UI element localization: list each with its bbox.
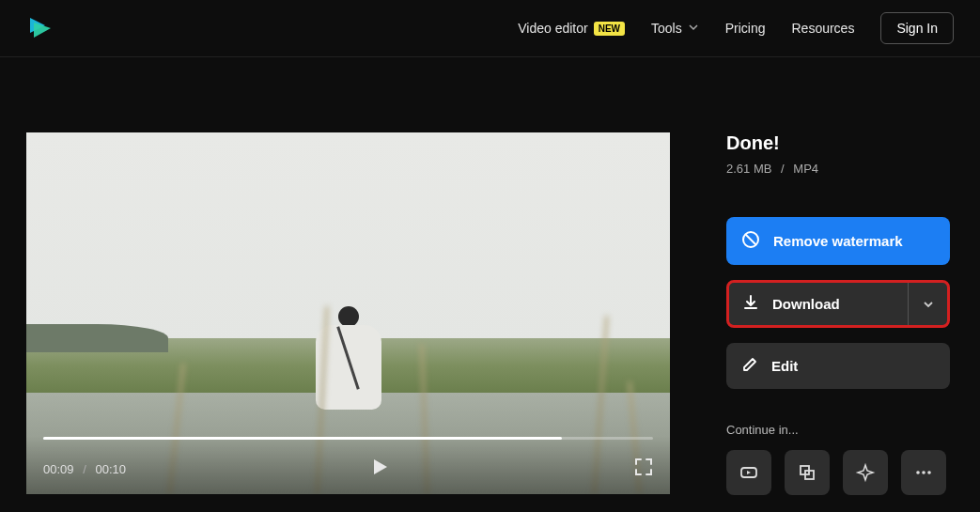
video-progress-bar[interactable] <box>43 437 653 440</box>
file-format: MP4 <box>793 162 818 176</box>
download-options-button[interactable] <box>908 283 947 325</box>
svg-point-7 <box>927 471 931 474</box>
nav-video-editor-label: Video editor <box>518 21 587 36</box>
sparkle-icon <box>855 462 876 483</box>
nav-tools[interactable]: Tools <box>651 21 699 36</box>
pencil-icon <box>741 356 758 376</box>
video-icon <box>739 462 759 483</box>
download-icon <box>742 294 759 314</box>
file-size: 2.61 MB <box>726 162 771 176</box>
logo[interactable] <box>26 14 54 42</box>
new-badge: NEW <box>594 22 625 36</box>
edit-label: Edit <box>771 358 798 374</box>
continue-effects-button[interactable] <box>843 450 888 495</box>
nav-video-editor[interactable]: Video editor NEW <box>518 21 625 36</box>
time-separator: / <box>83 462 86 476</box>
video-time: 00:09 / 00:10 <box>43 462 126 476</box>
svg-line-1 <box>746 235 756 245</box>
video-player[interactable]: 00:09 / 00:10 <box>26 132 670 494</box>
download-button[interactable]: Download <box>729 283 908 325</box>
file-meta: 2.61 MB / MP4 <box>726 162 950 176</box>
svg-point-5 <box>916 471 920 474</box>
chevron-down-icon <box>922 298 935 311</box>
edit-button[interactable]: Edit <box>726 343 950 389</box>
play-button[interactable] <box>369 457 390 481</box>
meta-separator: / <box>781 162 785 176</box>
status-title: Done! <box>726 132 950 154</box>
svg-point-6 <box>922 471 926 474</box>
nav-resources[interactable]: Resources <box>791 21 854 36</box>
prohibit-icon <box>741 230 760 252</box>
continue-in-label: Continue in... <box>726 423 950 437</box>
nav-tools-label: Tools <box>651 21 682 36</box>
combine-icon <box>797 462 817 483</box>
fullscreen-button[interactable] <box>634 458 653 480</box>
download-label: Download <box>772 296 840 312</box>
remove-watermark-label: Remove watermark <box>773 233 903 249</box>
continue-video-button[interactable] <box>726 450 771 495</box>
duration: 00:10 <box>95 462 126 476</box>
chevron-down-icon <box>688 21 699 36</box>
signin-button[interactable]: Sign In <box>880 12 954 44</box>
nav-pricing[interactable]: Pricing <box>725 21 766 36</box>
nav-pricing-label: Pricing <box>725 21 766 36</box>
more-options-button[interactable] <box>901 450 946 495</box>
current-time: 00:09 <box>43 462 74 476</box>
continue-combine-button[interactable] <box>785 450 830 495</box>
download-button-group: Download <box>726 280 950 328</box>
remove-watermark-button[interactable]: Remove watermark <box>726 217 950 265</box>
more-icon <box>913 462 934 483</box>
nav-resources-label: Resources <box>791 21 854 36</box>
video-progress-fill <box>43 437 562 440</box>
